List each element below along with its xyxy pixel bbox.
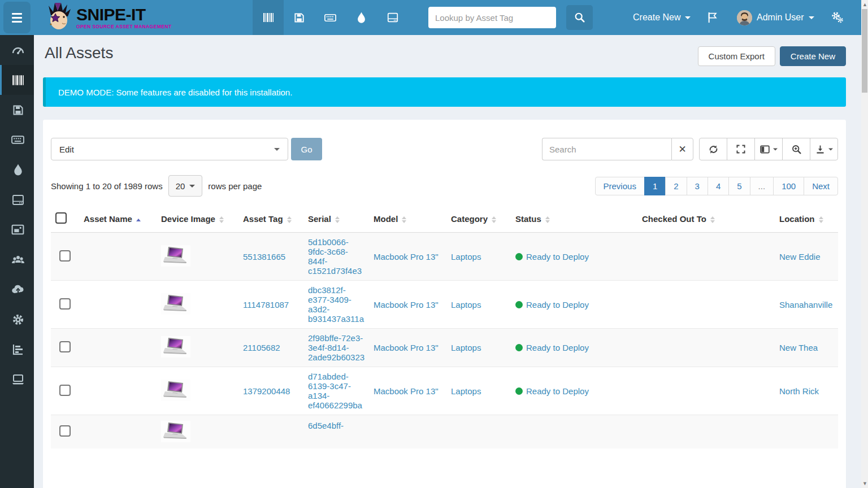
serial-link[interactable]: d71abded-6139-3c47-a134-ef40662299ba xyxy=(308,372,362,410)
table-search-input[interactable] xyxy=(542,138,671,160)
sidebar-item-assets[interactable] xyxy=(0,65,34,95)
row-checkbox[interactable] xyxy=(59,298,71,310)
custom-export-button[interactable]: Custom Export xyxy=(698,46,775,66)
sidebar-item-reports[interactable] xyxy=(0,334,34,364)
sidebar-item-consumables[interactable] xyxy=(0,155,34,185)
status-link[interactable]: Ready to Deploy xyxy=(526,300,589,310)
asset-tag-link[interactable]: 551381665 xyxy=(243,252,285,262)
row-checkbox[interactable] xyxy=(59,425,71,437)
sidebar-item-accessories[interactable] xyxy=(0,125,34,155)
asset-tag-link[interactable]: 1379200448 xyxy=(243,386,290,396)
location-link[interactable]: North Rick xyxy=(779,386,819,396)
sidebar-item-dashboard[interactable] xyxy=(0,35,34,65)
pagination-page-3-link[interactable]: 3 xyxy=(687,177,708,195)
sort-icon[interactable] xyxy=(219,216,224,223)
serial-link[interactable]: 5d1b0066-9fdc-3c68-844f-c1521d73f4e3 xyxy=(308,237,362,276)
bulk-go-button[interactable]: Go xyxy=(291,138,322,160)
serial-link[interactable]: 6d5e4bff- xyxy=(308,421,344,430)
sidebar-toggle-button[interactable] xyxy=(3,2,31,33)
brand-logo[interactable]: SNIPE-IT OPEN SOURCE ASSET MANAGEMENT xyxy=(46,0,172,35)
pagination-page-2-link[interactable]: 2 xyxy=(665,177,687,195)
column-header[interactable]: Asset Name xyxy=(79,206,157,233)
sort-icon[interactable] xyxy=(492,216,496,223)
sort-icon[interactable] xyxy=(287,216,292,223)
nav-accessories[interactable] xyxy=(315,0,346,35)
nav-licenses[interactable] xyxy=(284,0,315,35)
serial-link[interactable]: dbc3812f-e377-3409-a3d2-b931437a311a xyxy=(308,285,364,324)
sidebar-item-licenses[interactable] xyxy=(0,95,34,125)
sidebar-item-people[interactable] xyxy=(0,245,34,274)
row-checkbox[interactable] xyxy=(59,385,71,396)
navbar-create-new-dropdown[interactable]: Create New xyxy=(633,0,691,35)
sidebar-item-settings[interactable] xyxy=(0,304,34,334)
sort-icon[interactable] xyxy=(819,216,823,223)
model-link[interactable]: Macbook Pro 13" xyxy=(374,252,439,262)
nav-components[interactable] xyxy=(377,0,408,35)
column-header[interactable]: Location xyxy=(775,206,838,233)
bulk-actions-select[interactable]: Edit xyxy=(51,138,288,160)
avatar xyxy=(737,10,752,25)
status-link[interactable]: Ready to Deploy xyxy=(526,252,589,262)
sort-icon[interactable] xyxy=(710,216,715,223)
category-link[interactable]: Laptops xyxy=(451,252,481,262)
page-size-dropdown[interactable]: 20 xyxy=(168,175,203,197)
sort-icon[interactable] xyxy=(402,216,406,223)
clear-search-button[interactable]: ✕ xyxy=(671,138,693,160)
sort-asc-icon[interactable] xyxy=(136,219,141,221)
column-header[interactable]: Model xyxy=(369,206,446,233)
location-link[interactable]: New Thea xyxy=(779,343,818,352)
pagination-page-100-link[interactable]: 100 xyxy=(773,177,804,195)
create-new-button[interactable]: Create New xyxy=(780,46,846,66)
column-header[interactable]: Status xyxy=(511,206,637,233)
category-link[interactable]: Laptops xyxy=(451,300,481,310)
asset-tag-link[interactable]: 1114781087 xyxy=(243,300,289,310)
export-button[interactable] xyxy=(810,138,838,160)
sidebar-item-kits[interactable] xyxy=(0,215,34,245)
row-checkbox[interactable] xyxy=(59,341,71,352)
column-header[interactable]: Device Image xyxy=(157,206,238,233)
model-link[interactable]: Macbook Pro 13" xyxy=(374,343,439,352)
pagination-next-link[interactable]: Next xyxy=(804,177,838,195)
sort-icon[interactable] xyxy=(335,216,340,223)
lookup-asset-tag-input[interactable] xyxy=(428,7,556,28)
sort-icon[interactable] xyxy=(545,216,550,223)
location-link[interactable]: Shanahanville xyxy=(779,300,832,310)
column-header[interactable]: Category xyxy=(446,206,511,233)
lookup-search-button[interactable] xyxy=(566,5,593,30)
admin-settings-button[interactable] xyxy=(831,0,844,35)
user-menu[interactable]: Admin User xyxy=(737,0,814,35)
column-header[interactable]: Asset Tag xyxy=(238,206,303,233)
pagination-page-1-link[interactable]: 1 xyxy=(644,177,666,195)
sidebar-item-requestable[interactable] xyxy=(0,364,34,394)
status-link[interactable]: Ready to Deploy xyxy=(526,386,589,396)
row-checkbox[interactable] xyxy=(59,250,71,262)
pagination-page-5-link[interactable]: 5 xyxy=(728,177,750,195)
scrollbar-thumb[interactable] xyxy=(862,9,867,93)
notifications-flag-button[interactable] xyxy=(707,0,718,35)
model-link[interactable]: Macbook Pro 13" xyxy=(374,300,439,310)
model-link[interactable]: Macbook Pro 13" xyxy=(374,386,439,396)
sidebar-item-components[interactable] xyxy=(0,185,34,215)
category-link[interactable]: Laptops xyxy=(451,343,481,352)
scrollbar-down-arrow[interactable]: ▼ xyxy=(862,481,867,486)
detail-view-button[interactable] xyxy=(782,138,810,160)
columns-button[interactable] xyxy=(754,138,783,160)
pagination-page-...-link[interactable]: ... xyxy=(750,177,774,195)
location-link[interactable]: New Eddie xyxy=(779,252,821,262)
column-header[interactable]: Serial xyxy=(303,206,369,233)
fullscreen-button[interactable] xyxy=(727,138,755,160)
refresh-button[interactable] xyxy=(699,138,727,160)
scrollbar-up-arrow[interactable]: ▲ xyxy=(862,2,867,7)
pagination-page-4-link[interactable]: 4 xyxy=(708,177,729,195)
pagination-previous-link[interactable]: Previous xyxy=(595,177,645,195)
status-link[interactable]: Ready to Deploy xyxy=(526,343,589,352)
select-all-checkbox[interactable] xyxy=(55,212,67,224)
column-header[interactable]: Checked Out To xyxy=(637,206,775,233)
nav-assets-barcode[interactable] xyxy=(253,0,284,35)
page-scrollbar[interactable]: ▲ ▼ xyxy=(861,0,868,488)
sidebar-item-import[interactable] xyxy=(0,274,34,304)
category-link[interactable]: Laptops xyxy=(451,386,481,396)
nav-consumables[interactable] xyxy=(346,0,377,35)
serial-link[interactable]: 2f98bffe-72e3-3e4f-8d14-2ade92b60323 xyxy=(308,333,364,362)
asset-tag-link[interactable]: 21105682 xyxy=(243,343,280,352)
